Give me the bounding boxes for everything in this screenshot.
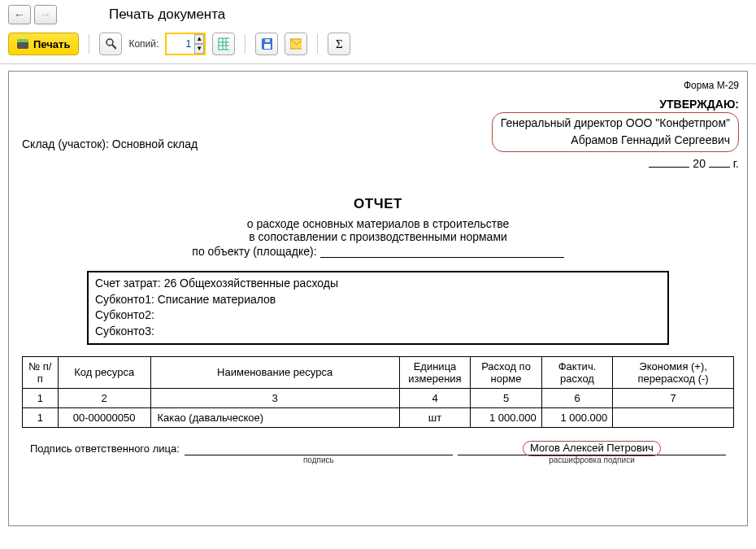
- approver-position: Генеральный директор ООО "Конфетпром": [501, 115, 730, 131]
- magnifier-icon: [105, 37, 116, 50]
- svg-point-0: [106, 39, 113, 46]
- envelope-icon: [290, 38, 302, 50]
- signature-name-highlight: Могов Алексей Петрович: [523, 441, 661, 456]
- cell-code: 00-00000050: [58, 407, 150, 427]
- signature-name-line: Могов Алексей Петрович расшифровка подпи…: [458, 442, 726, 455]
- cn-7: 7: [613, 388, 734, 407]
- signature-label: Подпись ответственного лица:: [30, 442, 180, 455]
- separator: [89, 34, 89, 54]
- warehouse-label: Склад (участок):: [22, 137, 112, 150]
- cost-line-4: Субконто3:: [95, 324, 661, 340]
- cn-4: 4: [399, 388, 471, 407]
- materials-table: № п/п Код ресурса Наименование ресурса Е…: [22, 356, 734, 428]
- cell-econ: [613, 407, 734, 427]
- cost-line-2: Субконто1: Списание материалов: [95, 292, 661, 308]
- cn-2: 2: [58, 388, 150, 407]
- cn-1: 1: [23, 388, 59, 407]
- col-norm: Расход по норме: [471, 356, 542, 388]
- table-header-row: № п/п Код ресурса Наименование ресурса Е…: [23, 356, 734, 388]
- year-prefix: 20: [693, 157, 706, 170]
- toolbar: Печать Копий: 1 ▲ ▼ Σ: [0, 29, 756, 64]
- spreadsheet-icon: [218, 37, 229, 50]
- report-subtitle-3: по объекту (площадке):: [192, 245, 316, 258]
- col-unit: Единица измерения: [399, 356, 471, 388]
- col-name: Наименование ресурса: [150, 356, 399, 388]
- cost-line-1: Счет затрат: 26 Общехозяйственные расход…: [95, 276, 661, 292]
- separator: [317, 34, 318, 54]
- copies-down-button[interactable]: ▼: [194, 44, 204, 54]
- print-button[interactable]: Печать: [8, 33, 79, 55]
- page-title: Печать документа: [109, 7, 225, 23]
- spreadsheet-button[interactable]: [212, 33, 235, 55]
- signature-caption-2: расшифровка подписи: [458, 455, 726, 464]
- col-econ: Экономия (+), перерасход (-): [613, 356, 734, 388]
- svg-rect-9: [265, 39, 270, 42]
- copies-input[interactable]: 1 ▲ ▼: [165, 33, 206, 55]
- col-fact: Фактич. расход: [541, 356, 613, 388]
- copies-up-button[interactable]: ▲: [194, 34, 204, 44]
- table-row: 1 00-00000050 Какао (давальческое) шт 1 …: [23, 407, 734, 427]
- report-title: ОТЧЕТ: [14, 196, 742, 212]
- year-suffix: г.: [733, 157, 739, 170]
- report-header: ОТЧЕТ о расходе основных материалов в ст…: [14, 196, 742, 258]
- approve-title: УТВЕРЖДАЮ:: [14, 96, 739, 112]
- sigma-icon: Σ: [336, 37, 343, 51]
- col-num: № п/п: [23, 356, 59, 388]
- approver-highlight: Генеральный директор ООО "Конфетпром" Аб…: [492, 112, 739, 152]
- svg-rect-2: [219, 38, 229, 50]
- separator: [245, 34, 245, 54]
- sum-button[interactable]: Σ: [328, 33, 350, 55]
- cell-unit: шт: [399, 407, 471, 427]
- report-subtitle-1: о расходе основных материалов в строител…: [14, 217, 742, 230]
- cn-3: 3: [150, 388, 399, 407]
- signature-caption-1: подпись: [185, 455, 453, 464]
- approve-block: УТВЕРЖДАЮ: Генеральный директор ООО "Кон…: [14, 96, 742, 172]
- printer-icon: [17, 39, 28, 49]
- warehouse-value: Основной склад: [112, 137, 198, 150]
- cell-norm: 1 000.000: [471, 407, 542, 427]
- col-code: Код ресурса: [58, 356, 150, 388]
- save-icon: [261, 37, 272, 50]
- copies-label: Копий:: [128, 38, 159, 50]
- copies-value: 1: [167, 38, 194, 50]
- back-button[interactable]: ←: [8, 5, 31, 24]
- save-button[interactable]: [255, 33, 278, 55]
- form-code: Форма М-29: [14, 80, 742, 91]
- preview-button[interactable]: [99, 33, 122, 55]
- cell-name: Какао (давальческое): [150, 407, 399, 427]
- signature-blank: подпись: [185, 442, 453, 455]
- cell-fact: 1 000.000: [541, 407, 613, 427]
- print-button-label: Печать: [33, 38, 70, 50]
- document-page: Форма М-29 УТВЕРЖДАЮ: Генеральный директ…: [8, 71, 748, 526]
- cost-line-3: Субконто2:: [95, 307, 661, 324]
- cell-n: 1: [23, 407, 59, 427]
- forward-button[interactable]: →: [34, 5, 57, 24]
- svg-rect-8: [264, 44, 271, 49]
- svg-line-1: [112, 45, 116, 49]
- cn-5: 5: [471, 388, 542, 407]
- email-button[interactable]: [285, 33, 307, 55]
- cost-account-box: Счет затрат: 26 Общехозяйственные расход…: [87, 271, 669, 344]
- report-subtitle-2: в сопоставлении с производственными норм…: [14, 230, 742, 243]
- signature-row: Подпись ответственного лица: подпись Мог…: [30, 442, 726, 455]
- table-colnum-row: 1 2 3 4 5 6 7: [23, 388, 734, 407]
- object-blank-line: [320, 246, 564, 258]
- approve-date: 20 г.: [14, 155, 739, 172]
- cn-6: 6: [541, 388, 613, 407]
- approver-name: Абрамов Геннадий Сергеевич: [501, 132, 730, 148]
